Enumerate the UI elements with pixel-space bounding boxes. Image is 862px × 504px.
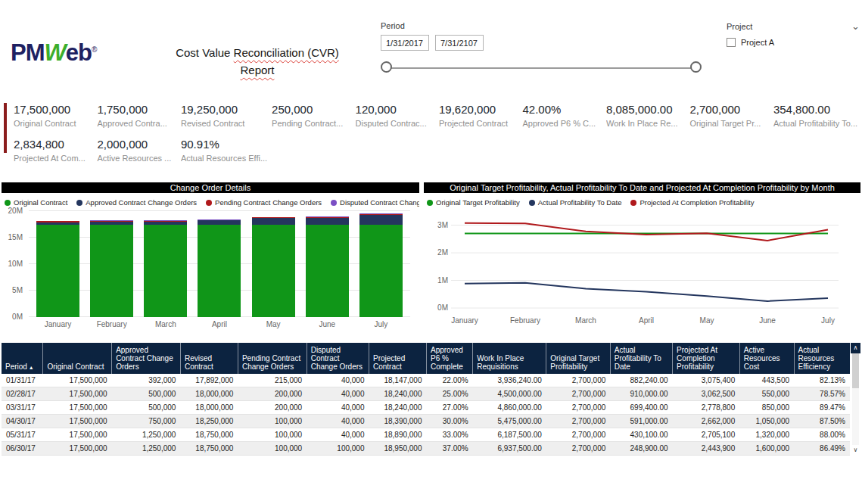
bar-segment[interactable]: [144, 225, 187, 318]
table-row[interactable]: 03/31/1717,500,000500,00018,000,000200,0…: [2, 401, 850, 415]
value-cell: 37.00%: [427, 442, 473, 456]
value-cell: 18,250,000: [180, 415, 238, 428]
column-header[interactable]: Actual Profitability To Date: [610, 343, 672, 374]
line-chart-svg[interactable]: 0M1M2M3MJanuaryFebruaryMarchAprilMayJune…: [424, 210, 848, 329]
legend-item[interactable]: Approved Contract Change Orders: [76, 198, 197, 207]
kpi-label: Disputed Contrac...: [356, 119, 434, 128]
value-cell: 40,000: [307, 401, 369, 415]
svg-text:January: January: [451, 316, 478, 325]
column-header[interactable]: Original Target Profitability: [546, 343, 610, 374]
value-cell: 2,778,800: [673, 401, 740, 415]
scroll-up-icon[interactable]: ∧: [851, 343, 860, 353]
svg-text:1M: 1M: [437, 276, 448, 285]
legend-dot-icon: [427, 200, 433, 206]
kpi-card: 17,500,000Original Contract: [14, 103, 92, 128]
column-header[interactable]: Projected Contract: [369, 343, 427, 374]
bar-april[interactable]: [198, 219, 241, 317]
bar-segment[interactable]: [252, 218, 295, 225]
legend-item[interactable]: Projected At Completion Profitability: [630, 198, 754, 207]
project-option-row[interactable]: Project A: [727, 38, 860, 47]
bar-february[interactable]: [90, 220, 133, 317]
column-header[interactable]: Active Resources Cost: [739, 343, 794, 374]
bar-segment[interactable]: [252, 225, 295, 318]
period-end-input[interactable]: [435, 35, 484, 51]
value-cell: 392,000: [112, 374, 181, 387]
logo-text: eb: [66, 39, 92, 66]
data-table: Period ▲Original ContractApproved Contra…: [2, 343, 850, 456]
value-cell: 750,000: [112, 415, 181, 428]
scrollbar-track[interactable]: [852, 353, 859, 445]
bar-january[interactable]: [36, 221, 79, 317]
bar-segment[interactable]: [306, 225, 349, 318]
project-label: Project: [727, 22, 752, 31]
column-header[interactable]: Approved Contract Change Orders: [112, 343, 181, 374]
bar-june[interactable]: [306, 216, 349, 317]
profitability-chart: Original Target Profitability, Actual Pr…: [424, 182, 860, 329]
column-header[interactable]: Original Contract: [43, 343, 112, 374]
bar-may[interactable]: [252, 217, 295, 317]
svg-text:3M: 3M: [437, 221, 448, 229]
column-header[interactable]: Pending Contract Change Orders: [238, 343, 307, 374]
bar-march[interactable]: [144, 220, 187, 317]
slider-handle-start[interactable]: [381, 61, 392, 73]
period-cell: 06/30/17: [2, 442, 43, 456]
value-cell: 550,000: [739, 387, 794, 401]
table-row[interactable]: 01/31/1717,500,000392,00017,892,000215,0…: [2, 374, 850, 387]
table-row[interactable]: 04/30/1717,500,000750,00018,250,000100,0…: [2, 415, 850, 428]
x-tick-label: June: [306, 320, 349, 328]
table-row[interactable]: 05/31/1717,500,0001,250,00018,750,000100…: [2, 428, 850, 442]
bar-segment[interactable]: [198, 225, 241, 318]
slider-track[interactable]: [387, 67, 695, 69]
kpi-value: 250,000: [272, 103, 350, 116]
svg-text:February: February: [510, 316, 540, 325]
project-slicer: Project ⌄ Project A: [727, 21, 860, 47]
kpi-value: 120,000: [356, 103, 434, 116]
table-scrollbar[interactable]: ∧ ∨: [851, 343, 860, 456]
report-header: PMWeb® Cost Value Reconciliation (CVR) R…: [0, 0, 862, 98]
value-cell: 1,600,000: [739, 442, 794, 456]
legend-item[interactable]: Original Target Profitability: [427, 198, 520, 207]
project-a-checkbox[interactable]: [727, 38, 736, 47]
legend-item[interactable]: Pending Contract Change Orders: [206, 198, 322, 207]
period-range-slider[interactable]: [381, 61, 702, 76]
value-cell: 443,500: [739, 374, 794, 387]
legend-label: Disputed Contract Change O...: [340, 198, 419, 207]
scroll-down-icon[interactable]: ∨: [851, 445, 860, 456]
column-header[interactable]: Approved P6 % Complete: [427, 343, 473, 374]
period-start-input[interactable]: [381, 35, 429, 51]
bar-segment[interactable]: [306, 218, 349, 225]
bar-july[interactable]: [359, 213, 403, 317]
value-cell: 17,500,000: [43, 387, 112, 401]
svg-text:June: June: [759, 316, 776, 325]
column-header[interactable]: Revised Contract: [180, 343, 238, 374]
column-header[interactable]: Work In Place Requisitions: [473, 343, 546, 374]
value-cell: 2,700,000: [546, 442, 610, 456]
column-header[interactable]: Disputed Contract Change Orders: [307, 343, 369, 374]
value-cell: 17,500,000: [43, 401, 112, 415]
bar-segment[interactable]: [359, 215, 403, 224]
scrollbar-thumb[interactable]: [852, 353, 859, 388]
change-order-chart-title: Change Order Details: [2, 182, 419, 193]
logo-text: PM: [11, 39, 45, 66]
bar-segment[interactable]: [359, 225, 403, 318]
slider-handle-end[interactable]: [690, 61, 702, 73]
table-row[interactable]: 06/30/1717,500,0001,250,00018,750,000100…: [2, 442, 850, 456]
value-cell: 22.00%: [427, 374, 473, 387]
kpi-value: 2,700,000: [689, 103, 768, 116]
legend-item[interactable]: Actual Profitability To Date: [529, 198, 622, 207]
kpi-label: Actual Profitability To...: [773, 119, 857, 128]
value-cell: 200,000: [238, 387, 307, 401]
legend-item[interactable]: Disputed Contract Change O...: [331, 198, 419, 207]
column-header[interactable]: Projected At Completion Profitability: [673, 343, 740, 374]
column-header[interactable]: Period ▲: [2, 343, 43, 374]
value-cell: 100,000: [238, 428, 307, 442]
value-cell: 430,100.00: [610, 428, 672, 442]
table-row[interactable]: 02/28/1717,500,000500,00018,000,000200,0…: [2, 387, 850, 401]
bar-segment[interactable]: [36, 225, 79, 318]
kpi-grid: 17,500,000Original Contract1,750,000Appr…: [14, 103, 857, 163]
value-cell: 1,250,000: [112, 442, 181, 456]
bar-segment[interactable]: [90, 225, 133, 318]
column-header[interactable]: Actual Resources Efficiency: [794, 343, 850, 374]
chevron-down-icon[interactable]: ⌄: [851, 21, 860, 31]
legend-item[interactable]: Original Contract: [5, 198, 67, 207]
